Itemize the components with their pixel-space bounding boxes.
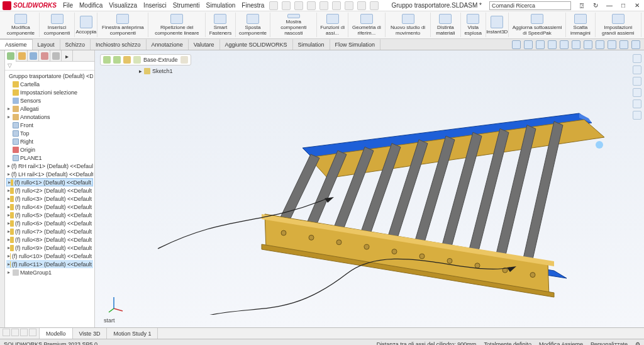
display-tab[interactable] <box>50 50 62 62</box>
tree-item-11[interactable]: ▸(f) LH rail<1> (Default) <<Default <box>6 170 93 178</box>
ribbon-16[interactable]: Impostazioni grandi assiemi <box>596 13 642 37</box>
tree-item-0[interactable]: Cartella <box>6 80 93 88</box>
cmd-tab-flow-simulation[interactable]: Flow Simulation <box>330 39 381 50</box>
config-tab[interactable] <box>28 50 39 62</box>
tree-item-14[interactable]: ▸(f) rullo<3> (Default) <<Default <box>6 195 93 203</box>
cmd-tab-assieme[interactable]: Assieme <box>0 39 33 50</box>
display-style-icon[interactable] <box>572 40 580 49</box>
menu-simulation[interactable]: Simulation <box>206 2 236 9</box>
tree-item-1[interactable]: Impostazioni selezione <box>6 88 93 96</box>
options-icon[interactable] <box>370 1 379 10</box>
tree-item-22[interactable]: ▸(f) rullo<11> (Default) <<Default <box>6 260 93 268</box>
save-icon[interactable] <box>307 1 316 10</box>
orientation-triad[interactable] <box>106 295 125 314</box>
tab-first-icon[interactable] <box>3 329 10 336</box>
cmd-tab-annotazione[interactable]: Annotazione <box>147 39 189 50</box>
tab-prev-icon[interactable] <box>11 329 19 336</box>
tab-next-icon[interactable] <box>20 329 28 336</box>
flyout-tree[interactable]: ▸ Sketch1 <box>139 68 173 74</box>
view-tab-motion-study-1[interactable]: Motion Study 1 <box>107 328 158 339</box>
maximize-button[interactable]: □ <box>619 2 628 9</box>
open-icon[interactable] <box>294 1 303 10</box>
forum-icon[interactable] <box>633 99 641 108</box>
tree-item-19[interactable]: ▸(f) rullo<8> (Default) <<Default <box>6 235 93 244</box>
feature-tree-tab[interactable] <box>5 50 16 62</box>
expand-icon[interactable] <box>631 40 640 49</box>
help-icon[interactable]: ⍰ <box>577 2 586 9</box>
tree-item-15[interactable]: ▸(f) rullo<4> (Default) <<Default <box>6 203 93 211</box>
custom-props-icon[interactable] <box>633 77 641 86</box>
ribbon-4[interactable]: Ripetizione del componente lineare <box>148 13 206 37</box>
tree-item-12[interactable]: ▸(f) rullo<1> (Default) <<Default <box>6 178 93 186</box>
home-icon[interactable] <box>269 1 278 10</box>
ribbon-8[interactable]: Funzioni di assi... <box>317 13 348 37</box>
tree-item-10[interactable]: ▸(f) RH rail<1> (Default) <<Default <box>6 162 93 170</box>
ribbon-0[interactable]: Modifica componente <box>3 13 40 37</box>
view-palette-icon[interactable] <box>633 111 641 120</box>
updates-icon[interactable]: ↻ <box>591 2 600 9</box>
edit-appearance-icon[interactable] <box>596 40 604 49</box>
menu-file[interactable]: File <box>63 2 73 9</box>
property-tab[interactable] <box>16 50 28 62</box>
ribbon-9[interactable]: Geometria di riferim... <box>348 13 386 37</box>
new-icon[interactable] <box>282 1 291 10</box>
undo-icon[interactable] <box>332 1 341 10</box>
breadcrumb-bar[interactable]: Base-Extrude <box>100 54 191 65</box>
view-settings-icon[interactable] <box>619 40 628 49</box>
ribbon-11[interactable]: Distinta materiali <box>431 13 461 37</box>
graphics-viewport[interactable]: Base-Extrude ▸ Sketch1 <box>95 50 644 327</box>
view-tab-viste-3d[interactable]: Viste 3D <box>73 328 108 339</box>
menu-inserisci[interactable]: Inserisci <box>143 2 167 9</box>
flyout-sketch-label[interactable]: Sketch1 <box>152 68 173 74</box>
tree-item-9[interactable]: PLANE1 <box>6 154 93 162</box>
zoom-fit-icon[interactable] <box>512 40 521 49</box>
status-custom[interactable]: Personalizzate <box>591 341 628 346</box>
end-icon[interactable] <box>180 56 188 64</box>
cmd-tab-simulation[interactable]: Simulation <box>293 39 330 50</box>
cmd-tab-schizzo[interactable]: Schizzo <box>60 39 91 50</box>
section-icon[interactable] <box>548 40 557 49</box>
more-tab[interactable]: ▸ <box>62 50 73 62</box>
tree-item-7[interactable]: Right <box>6 137 93 145</box>
cmd-tab-valutare[interactable]: Valutare <box>189 39 220 50</box>
dimxpert-tab[interactable] <box>39 50 50 62</box>
assembly-crumb-icon[interactable] <box>123 56 131 64</box>
search-input[interactable]: Comandi Ricerca <box>489 1 571 10</box>
tree-item-20[interactable]: ▸(f) rullo<9> (Default) <<Default <box>6 244 93 252</box>
view-tab-modello[interactable]: Modello <box>40 328 73 339</box>
tree-item-23[interactable]: ▸MateGroup1 <box>6 268 93 276</box>
tree-item-2[interactable]: Sensors <box>6 96 93 105</box>
tree-item-6[interactable]: Top <box>6 129 93 137</box>
apply-scene-icon[interactable] <box>608 40 616 49</box>
ribbon-15[interactable]: Scatta immagini <box>566 13 595 37</box>
ribbon-2[interactable]: Accoppia <box>75 13 97 37</box>
status-extra-icon[interactable]: ⚙ <box>635 341 640 346</box>
menu-strumenti[interactable]: Strumenti <box>173 2 200 9</box>
task-pane-icon[interactable] <box>633 54 641 63</box>
menu-finestra[interactable]: Finestra <box>242 2 264 9</box>
tree-item-21[interactable]: ▸(f) rullo<10> (Default) <<Default <box>6 252 93 260</box>
ribbon-3[interactable]: Finestra anteprima componenti <box>97 13 148 37</box>
view-orient-icon[interactable] <box>560 40 569 49</box>
tree-item-18[interactable]: ▸(f) rullo<7> (Default) <<Default <box>6 227 93 235</box>
print-icon[interactable] <box>319 1 328 10</box>
cmd-tab-inchiostro-schizzo[interactable]: Inchiostro schizzo <box>91 39 147 50</box>
tree-item-4[interactable]: ▸Annotations <box>6 113 93 121</box>
tree-root[interactable]: Gruppo trasportatore (Default) <Disp <box>6 72 93 80</box>
tree-item-3[interactable]: ▸Allegati <box>6 105 93 113</box>
cmd-tab-aggiunte-solidworks[interactable]: Aggiunte SOLIDWORKS <box>220 39 293 50</box>
tree-item-8[interactable]: Origin <box>6 145 93 154</box>
hide-show-icon[interactable] <box>584 40 592 49</box>
ribbon-6[interactable]: Sposta componente <box>236 13 271 37</box>
ribbon-13[interactable]: Instant3D <box>486 13 509 37</box>
close-button[interactable]: ✕ <box>633 2 641 9</box>
ribbon-1[interactable]: Inserisci componenti <box>40 13 75 37</box>
ribbon-14[interactable]: Aggiorna sottoassiemi di SpeedPak <box>509 13 567 37</box>
tree-item-16[interactable]: ▸(f) rullo<5> (Default) <<Default <box>6 211 93 219</box>
select-icon[interactable] <box>345 1 353 10</box>
minimize-button[interactable]: — <box>605 2 614 9</box>
tree-item-13[interactable]: ▸(f) rullo<2> (Default) <<Default <box>6 186 93 195</box>
tab-last-icon[interactable] <box>29 329 36 336</box>
menu-modifica[interactable]: Modifica <box>79 2 103 9</box>
ribbon-5[interactable]: Smart Fasteners <box>206 13 236 37</box>
